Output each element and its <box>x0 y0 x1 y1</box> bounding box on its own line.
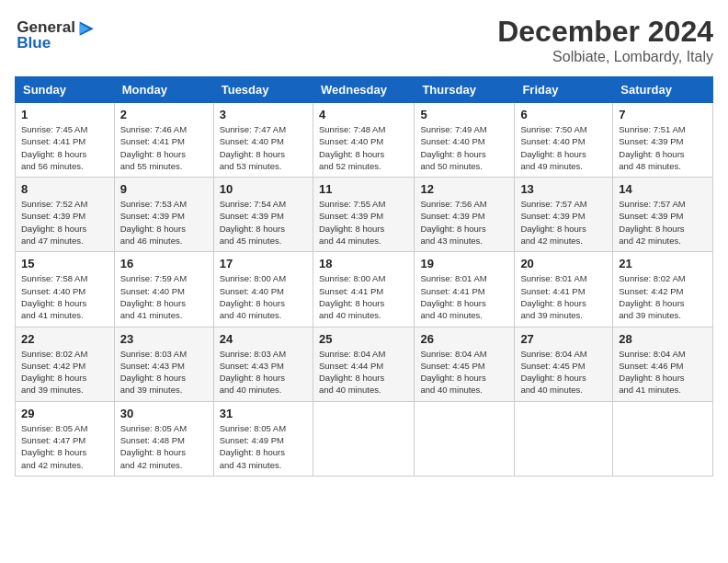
calendar-cell: 4Sunrise: 7:48 AMSunset: 4:40 PMDaylight… <box>313 103 414 178</box>
day-info: Sunrise: 8:00 AMSunset: 4:41 PMDaylight:… <box>319 272 408 321</box>
title-block: December 2024 Solbiate, Lombardy, Italy <box>497 15 713 65</box>
day-info: Sunrise: 8:04 AMSunset: 4:45 PMDaylight:… <box>420 348 508 396</box>
weekday-header: Thursday <box>415 77 515 103</box>
calendar-cell: 2Sunrise: 7:46 AMSunset: 4:41 PMDaylight… <box>114 103 213 178</box>
day-number: 12 <box>420 182 508 196</box>
calendar-week-row: 15Sunrise: 7:58 AMSunset: 4:40 PMDayligh… <box>16 252 713 327</box>
day-info: Sunrise: 7:58 AMSunset: 4:40 PMDaylight:… <box>21 272 108 321</box>
day-info: Sunrise: 8:05 AMSunset: 4:49 PMDaylight:… <box>220 422 307 471</box>
calendar-cell: 1Sunrise: 7:45 AMSunset: 4:41 PMDaylight… <box>16 103 115 178</box>
day-info: Sunrise: 8:02 AMSunset: 4:42 PMDaylight:… <box>619 272 707 321</box>
calendar-cell: 29Sunrise: 8:05 AMSunset: 4:47 PMDayligh… <box>16 401 115 476</box>
calendar-cell: 10Sunrise: 7:54 AMSunset: 4:39 PMDayligh… <box>213 178 313 252</box>
calendar-week-row: 1Sunrise: 7:45 AMSunset: 4:41 PMDaylight… <box>16 103 713 178</box>
day-info: Sunrise: 8:01 AMSunset: 4:41 PMDaylight:… <box>420 272 508 321</box>
calendar-cell: 9Sunrise: 7:53 AMSunset: 4:39 PMDaylight… <box>114 178 213 252</box>
calendar-cell: 23Sunrise: 8:03 AMSunset: 4:43 PMDayligh… <box>114 327 213 401</box>
calendar-cell: 16Sunrise: 7:59 AMSunset: 4:40 PMDayligh… <box>114 252 213 327</box>
svg-text:Blue: Blue <box>17 33 51 52</box>
calendar-cell: 8Sunrise: 7:52 AMSunset: 4:39 PMDaylight… <box>16 178 115 252</box>
day-info: Sunrise: 7:51 AMSunset: 4:39 PMDaylight:… <box>619 123 707 172</box>
day-info: Sunrise: 7:53 AMSunset: 4:39 PMDaylight:… <box>120 198 208 247</box>
day-number: 6 <box>520 108 607 121</box>
day-info: Sunrise: 7:50 AMSunset: 4:40 PMDaylight:… <box>520 123 607 172</box>
page-title: December 2024 <box>497 15 713 49</box>
day-number: 29 <box>21 407 108 420</box>
calendar-week-row: 29Sunrise: 8:05 AMSunset: 4:47 PMDayligh… <box>16 401 713 476</box>
day-number: 8 <box>21 182 108 196</box>
weekday-header: Friday <box>515 77 613 103</box>
day-number: 27 <box>520 332 607 346</box>
day-info: Sunrise: 8:04 AMSunset: 4:44 PMDaylight:… <box>319 348 408 396</box>
day-info: Sunrise: 7:56 AMSunset: 4:39 PMDaylight:… <box>420 198 508 247</box>
day-number: 20 <box>520 257 607 270</box>
day-number: 2 <box>120 108 208 121</box>
calendar-cell <box>515 401 613 476</box>
page-header: General Blue December 2024 Solbiate, Lom… <box>15 15 713 65</box>
day-number: 7 <box>619 108 707 121</box>
day-number: 24 <box>220 332 307 346</box>
day-number: 15 <box>21 257 108 270</box>
day-number: 18 <box>319 257 408 270</box>
calendar-cell: 30Sunrise: 8:05 AMSunset: 4:48 PMDayligh… <box>114 401 213 476</box>
day-number: 19 <box>420 257 508 270</box>
calendar-cell: 22Sunrise: 8:02 AMSunset: 4:42 PMDayligh… <box>16 327 115 401</box>
day-number: 28 <box>619 332 707 346</box>
day-info: Sunrise: 7:55 AMSunset: 4:39 PMDaylight:… <box>319 198 408 247</box>
day-info: Sunrise: 7:49 AMSunset: 4:40 PMDaylight:… <box>420 123 508 172</box>
calendar-cell <box>313 401 414 476</box>
calendar-header-row: SundayMondayTuesdayWednesdayThursdayFrid… <box>16 77 713 103</box>
day-info: Sunrise: 7:48 AMSunset: 4:40 PMDaylight:… <box>319 123 408 172</box>
day-info: Sunrise: 8:04 AMSunset: 4:45 PMDaylight:… <box>520 348 607 396</box>
day-info: Sunrise: 8:03 AMSunset: 4:43 PMDaylight:… <box>220 348 307 396</box>
calendar-cell: 3Sunrise: 7:47 AMSunset: 4:40 PMDaylight… <box>213 103 313 178</box>
day-number: 13 <box>520 182 607 196</box>
day-number: 26 <box>420 332 508 346</box>
calendar-cell <box>613 401 713 476</box>
logo: General Blue <box>15 15 97 52</box>
day-info: Sunrise: 8:03 AMSunset: 4:43 PMDaylight:… <box>120 348 208 396</box>
day-info: Sunrise: 7:52 AMSunset: 4:39 PMDaylight:… <box>21 198 108 247</box>
day-number: 3 <box>220 108 307 121</box>
logo-svg: General Blue <box>15 15 97 52</box>
calendar-cell: 11Sunrise: 7:55 AMSunset: 4:39 PMDayligh… <box>313 178 414 252</box>
calendar-cell: 27Sunrise: 8:04 AMSunset: 4:45 PMDayligh… <box>515 327 613 401</box>
day-info: Sunrise: 7:45 AMSunset: 4:41 PMDaylight:… <box>21 123 108 172</box>
day-info: Sunrise: 7:57 AMSunset: 4:39 PMDaylight:… <box>619 198 707 247</box>
day-number: 31 <box>220 407 307 420</box>
day-info: Sunrise: 8:01 AMSunset: 4:41 PMDaylight:… <box>520 272 607 321</box>
calendar-cell: 15Sunrise: 7:58 AMSunset: 4:40 PMDayligh… <box>16 252 115 327</box>
calendar-week-row: 22Sunrise: 8:02 AMSunset: 4:42 PMDayligh… <box>16 327 713 401</box>
calendar-cell: 17Sunrise: 8:00 AMSunset: 4:40 PMDayligh… <box>213 252 313 327</box>
calendar-cell: 7Sunrise: 7:51 AMSunset: 4:39 PMDaylight… <box>613 103 713 178</box>
calendar-cell: 5Sunrise: 7:49 AMSunset: 4:40 PMDaylight… <box>415 103 515 178</box>
calendar-cell: 25Sunrise: 8:04 AMSunset: 4:44 PMDayligh… <box>313 327 414 401</box>
calendar-table: SundayMondayTuesdayWednesdayThursdayFrid… <box>15 76 713 477</box>
day-info: Sunrise: 8:00 AMSunset: 4:40 PMDaylight:… <box>220 272 307 321</box>
weekday-header: Sunday <box>16 77 115 103</box>
day-info: Sunrise: 8:04 AMSunset: 4:46 PMDaylight:… <box>619 348 707 396</box>
calendar-week-row: 8Sunrise: 7:52 AMSunset: 4:39 PMDaylight… <box>16 178 713 252</box>
day-number: 21 <box>619 257 707 270</box>
day-info: Sunrise: 7:47 AMSunset: 4:40 PMDaylight:… <box>220 123 307 172</box>
day-number: 16 <box>120 257 208 270</box>
day-number: 11 <box>319 182 408 196</box>
calendar-cell <box>415 401 515 476</box>
weekday-header: Saturday <box>613 77 713 103</box>
day-info: Sunrise: 7:46 AMSunset: 4:41 PMDaylight:… <box>120 123 208 172</box>
calendar-cell: 24Sunrise: 8:03 AMSunset: 4:43 PMDayligh… <box>213 327 313 401</box>
day-info: Sunrise: 7:59 AMSunset: 4:40 PMDaylight:… <box>120 272 208 321</box>
day-number: 23 <box>120 332 208 346</box>
calendar-cell: 14Sunrise: 7:57 AMSunset: 4:39 PMDayligh… <box>613 178 713 252</box>
calendar-cell: 20Sunrise: 8:01 AMSunset: 4:41 PMDayligh… <box>515 252 613 327</box>
calendar-cell: 19Sunrise: 8:01 AMSunset: 4:41 PMDayligh… <box>415 252 515 327</box>
weekday-header: Wednesday <box>313 77 414 103</box>
day-number: 17 <box>220 257 307 270</box>
day-number: 1 <box>21 108 108 121</box>
day-info: Sunrise: 8:02 AMSunset: 4:42 PMDaylight:… <box>21 348 108 396</box>
calendar-body: 1Sunrise: 7:45 AMSunset: 4:41 PMDaylight… <box>16 103 713 477</box>
day-info: Sunrise: 8:05 AMSunset: 4:47 PMDaylight:… <box>21 422 108 471</box>
calendar-cell: 6Sunrise: 7:50 AMSunset: 4:40 PMDaylight… <box>515 103 613 178</box>
day-number: 30 <box>120 407 208 420</box>
day-number: 10 <box>220 182 307 196</box>
